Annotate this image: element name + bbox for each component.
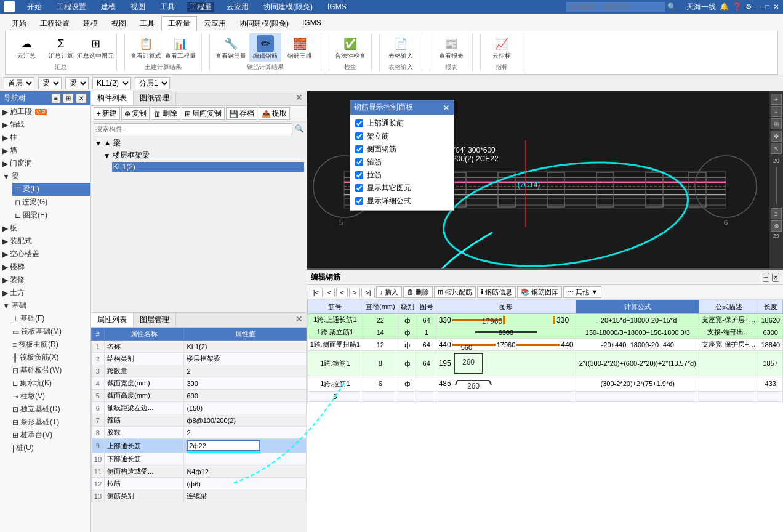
btn-delete-component[interactable]: 🗑 删除 xyxy=(151,107,180,120)
btn-view-formula[interactable]: 📋 查看计算式 xyxy=(130,33,162,62)
nav-item-strip-W[interactable]: ⊟ 基础板带(W) xyxy=(10,364,90,377)
cb-side-bar[interactable] xyxy=(355,145,363,153)
cb-stirrup[interactable] xyxy=(355,132,363,140)
cad-layers[interactable]: ≡ xyxy=(771,208,782,219)
btn-legality[interactable]: ✅ 合法性检查 xyxy=(334,33,366,62)
menu-view[interactable]: 视图 xyxy=(128,2,148,12)
cb-show-formula[interactable] xyxy=(355,197,363,205)
menu-collab[interactable]: 协同建模(限免) xyxy=(261,2,315,12)
nav-item-col-base[interactable]: ⊸ 柱墩(V) xyxy=(10,390,90,403)
nav-item-iso-D[interactable]: ⊡ 独立基础(D) xyxy=(10,403,90,416)
ribbon-tab-view[interactable]: 视图 xyxy=(105,16,133,31)
nav-item-pit-K[interactable]: ⊔ 集水坑(K) xyxy=(10,377,90,390)
cad-select[interactable]: ↖ xyxy=(771,143,782,154)
floor-select[interactable]: 首层 xyxy=(4,77,34,89)
nav-item-hollow[interactable]: ▶ 空心楼盖 xyxy=(0,248,90,260)
btn-copy-component[interactable]: ⊕ 复制 xyxy=(121,107,150,120)
steel-btn-end[interactable]: >| xyxy=(361,288,374,297)
nav-item-pile-cap[interactable]: ⊞ 桩承台(V) xyxy=(10,429,90,441)
steel-btn-next[interactable]: > xyxy=(349,288,360,297)
nav-item-plate[interactable]: ▶ 板 xyxy=(0,222,90,235)
btn-total-calc[interactable]: Σ 汇总计算 xyxy=(45,33,77,62)
settings-icon[interactable]: ⚙ xyxy=(745,2,752,11)
btn-archive[interactable]: 💾 存档 xyxy=(226,107,257,120)
ribbon-tab-quantity[interactable]: 工程量 xyxy=(161,16,197,31)
menu-cloud[interactable]: 云应用 xyxy=(224,2,251,12)
nav-item-lian-beam[interactable]: ⊓ 连梁(G) xyxy=(12,196,90,209)
btn-extract[interactable]: 📤 提取 xyxy=(259,107,290,120)
btn-cloud-sum[interactable]: ☁ 云汇总 xyxy=(10,33,42,62)
cb-tie-bar[interactable] xyxy=(355,171,363,179)
ribbon-tab-cloud[interactable]: 云应用 xyxy=(197,16,233,31)
menu-tools[interactable]: 工具 xyxy=(158,2,177,12)
cb-stirrup2[interactable] xyxy=(355,158,363,166)
menu-igms[interactable]: IGMS xyxy=(325,2,349,11)
search-btn[interactable]: 🔍 xyxy=(295,124,304,133)
btn-view-quantity[interactable]: 📊 查看工程量 xyxy=(164,33,196,62)
component-search[interactable] xyxy=(94,123,292,134)
btn-selected-calc[interactable]: ⊞ 汇总选中图元 xyxy=(79,33,111,62)
cad-zoom-in[interactable]: + xyxy=(771,94,782,105)
nav-item-slab-R[interactable]: ≡ 筏板主筋(R) xyxy=(10,338,90,351)
tab-component-list[interactable]: 构件列表 xyxy=(91,91,134,105)
nav-item-door-window[interactable]: ▶ 门窗洞 xyxy=(0,157,90,170)
nav-item-beam[interactable]: ▼ 梁 xyxy=(0,170,90,183)
nav-item-stair[interactable]: ▶ 楼梯 xyxy=(0,260,90,273)
nav-list-view[interactable]: ≡ xyxy=(51,93,61,103)
steel-btn-prev2[interactable]: < xyxy=(336,288,347,297)
nav-item-foundation-F[interactable]: ⊥ 基础(F) xyxy=(10,312,90,325)
panel-close-btn[interactable]: ✕ xyxy=(292,91,307,105)
nav-grid-view[interactable]: ⊞ xyxy=(63,93,74,103)
nav-item-earthwork[interactable]: ▶ 土方 xyxy=(0,286,90,299)
notification-icon[interactable]: 🔔 xyxy=(720,2,729,11)
nav-item-column[interactable]: ▶ 柱 xyxy=(0,131,90,144)
nav-item-slab-M[interactable]: ▭ 筏板基础(M) xyxy=(10,325,90,338)
props-row-9[interactable]: 9 上部通长筋 xyxy=(91,439,306,453)
nav-close[interactable]: ✕ xyxy=(76,93,87,103)
props-edit-input[interactable] xyxy=(187,440,260,451)
component-select[interactable]: KL1(2) xyxy=(92,77,131,89)
nav-item-decoration[interactable]: ▶ 装修 xyxy=(0,273,90,286)
nav-item-beam-L[interactable]: ⊤ 梁(L) xyxy=(12,183,90,196)
steel-btn-delete[interactable]: 🗑 删除 xyxy=(403,286,433,298)
nav-item-assembly[interactable]: ▶ 装配式 xyxy=(0,235,90,248)
tab-drawing-manage[interactable]: 图纸管理 xyxy=(134,91,176,105)
cad-zoom-out[interactable]: - xyxy=(771,106,782,117)
ribbon-tab-home[interactable]: 开始 xyxy=(5,16,33,31)
menu-model[interactable]: 建模 xyxy=(98,2,118,12)
nav-item-foundation[interactable]: ▼ 基础 xyxy=(0,299,90,312)
steel-close[interactable]: ✕ xyxy=(772,273,779,282)
ribbon-tab-tools[interactable]: 工具 xyxy=(133,16,161,31)
steel-btn-info[interactable]: ℹ 钢筋信息 xyxy=(477,286,516,298)
nav-item-circle-beam[interactable]: ⊏ 圈梁(E) xyxy=(12,209,90,222)
search-input[interactable] xyxy=(566,2,665,12)
steel-btn-insert[interactable]: ↓ 插入 xyxy=(376,286,403,298)
cad-config[interactable]: ⚙ xyxy=(771,220,782,232)
steel-minimize[interactable]: ─ xyxy=(763,273,769,282)
cad-pan[interactable]: ✥ xyxy=(771,131,782,142)
ribbon-tab-settings[interactable]: 工程设置 xyxy=(33,16,76,31)
tree-floor-beam[interactable]: ▼ 楼层框架梁 KL1(2) xyxy=(102,149,304,173)
cb-top-bar[interactable] xyxy=(355,119,363,127)
btn-floor-copy[interactable]: ⊞ 层间复制 xyxy=(182,107,225,120)
btn-rebar-3d[interactable]: 🧱 钢筋三维 xyxy=(284,33,316,62)
steel-btn-scale[interactable]: ⊞ 缩尺配筋 xyxy=(434,286,476,298)
nav-item-slab-X[interactable]: ╫ 筏板负筋(X) xyxy=(10,351,90,364)
btn-edit-rebar[interactable]: ✏ 编辑钢筋 xyxy=(249,33,281,62)
menu-quantity[interactable]: 工程量 xyxy=(187,2,214,12)
props-value-9[interactable] xyxy=(184,439,306,453)
btn-new-component[interactable]: + 新建 xyxy=(94,107,120,120)
nav-item-strip-T[interactable]: ⊟ 条形基础(T) xyxy=(10,416,90,429)
steel-btn-start[interactable]: |< xyxy=(310,288,323,297)
window-maximize[interactable]: □ xyxy=(765,2,769,11)
nav-item-wall[interactable]: ▶ 墙 xyxy=(0,144,90,157)
steel-btn-other[interactable]: ⋯ 其他 ▼ xyxy=(563,286,601,298)
cad-zoom-fit[interactable]: ⊞ xyxy=(771,118,782,129)
btn-table-input[interactable]: 📄 表格输入 xyxy=(385,33,417,62)
steel-btn-library[interactable]: 📚 钢筋图库 xyxy=(517,286,562,298)
btn-view-rebar[interactable]: 🔧 查看钢筋量 xyxy=(215,33,247,62)
tab-layer-manage[interactable]: 图层管理 xyxy=(134,313,176,327)
ribbon-tab-igms[interactable]: IGMS xyxy=(295,16,328,31)
ribbon-tab-model[interactable]: 建模 xyxy=(76,16,105,31)
tree-beam-root[interactable]: ▼ ▲ 梁 ▼ 楼层框架梁 KL1(2) xyxy=(94,137,304,174)
